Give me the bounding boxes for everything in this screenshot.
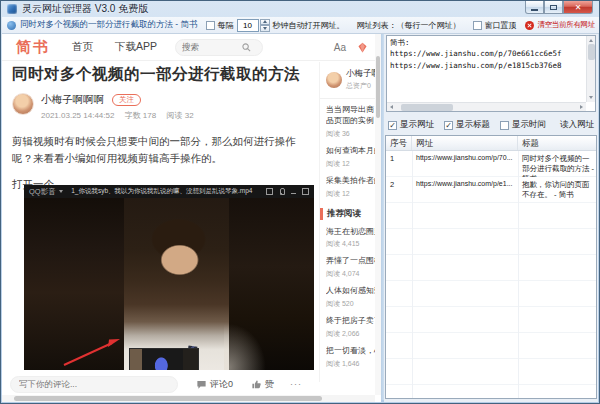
url-list-label: 网址列表：（每行一个网址）	[357, 20, 461, 31]
nav-home[interactable]: 首页	[72, 40, 93, 54]
toolbar: 同时对多个视频的一部分进行截取的方法 - 简书 每隔 秒钟自动打开网址。 网址列…	[2, 17, 600, 34]
maximize-icon	[550, 5, 557, 10]
maximize-button[interactable]	[544, 1, 563, 14]
sidebar-author-avatar[interactable]	[326, 72, 342, 88]
follow-button[interactable]: 关注	[112, 94, 141, 106]
recommended-item[interactable]: 人体如何感知到 阅读 520	[326, 286, 375, 309]
column-header-url[interactable]: 网址	[412, 136, 518, 150]
read-count: 阅读 32	[166, 111, 193, 120]
site-header: 简书 首页 下载APP Aa	[2, 34, 381, 61]
search-box[interactable]	[175, 39, 263, 56]
close-button[interactable]: ✕	[563, 1, 593, 14]
recommended-item[interactable]: 海王在初恋圈里 阅读 4,415	[326, 227, 375, 250]
comment-button[interactable]: 评论0	[196, 378, 233, 391]
sidebar-article-item[interactable]: 采集美拍作者的 阅读 12	[326, 176, 375, 199]
jianshu-logo[interactable]: 简书	[16, 38, 50, 57]
author-avatar[interactable]	[12, 93, 34, 115]
show-title-label: 显示标题	[456, 119, 490, 131]
video-portrait-clip	[124, 198, 229, 370]
nav-download-app[interactable]: 下载APP	[115, 40, 157, 54]
column-header-index[interactable]: 序号	[386, 136, 412, 150]
show-time-checkbox[interactable]	[500, 121, 509, 130]
app-window: 灵云网址管理器 V3.0 免费版 ✕ 同时对多个视频的一部分进行截取的方法 - …	[0, 0, 600, 404]
recommended-item[interactable]: 终于把房子卖了 阅读 2,066	[326, 316, 375, 339]
scroll-down-arrow-icon[interactable]	[589, 96, 593, 99]
title-bar: 灵云网址管理器 V3.0 免费版	[1, 1, 599, 17]
player-minimize-icon	[290, 188, 297, 195]
scroll-right-arrow-icon[interactable]	[580, 105, 583, 109]
article-title: 同时对多个视频的一部分进行截取的方法	[12, 64, 314, 85]
load-urls-button[interactable]: 读入网址	[560, 119, 594, 131]
show-url-option[interactable]: ✓ 显示网址	[388, 119, 434, 131]
window-title: 灵云网址管理器 V3.0 免费版	[22, 2, 148, 16]
video-frame: 00:00:03	[24, 198, 314, 370]
display-options-row: ✓ 显示网址 ✓ 显示标题 显示时间 读入网址	[388, 118, 594, 132]
interval-input[interactable]	[237, 19, 259, 32]
article-paragraph: 剪辑视频时有时候会只想要中间的一部分，那么如何进行操作呢？来看看小编如何用视频剪…	[12, 133, 314, 168]
article: 同时对多个视频的一部分进行截取的方法 小梅子啊啊啊 关注 2021.03.25 …	[12, 64, 314, 192]
sidebar-article-item[interactable]: 当当网导出商品页面的实例方法 阅读 36	[326, 105, 375, 139]
video-blur-right	[229, 198, 314, 370]
thumbs-up-icon	[251, 379, 262, 390]
sidebar-author[interactable]: 小梅子啊 总资产0	[326, 68, 375, 91]
interval-spinner[interactable]	[260, 19, 270, 32]
url-list-textarea[interactable]: 简书: https://www.jianshu.com/p/70e661cc6e…	[387, 36, 586, 102]
search-icon	[242, 43, 251, 52]
font-size-toggle[interactable]: Aa	[334, 42, 346, 53]
seek-preview-thumbnail: 00:00:03	[129, 348, 199, 370]
textarea-horizontal-scrollbar[interactable]	[387, 102, 586, 111]
url-manager-panel: 简书: https://www.jianshu.com/p/70e661cc6e…	[384, 34, 598, 402]
player-maximize-icon	[302, 188, 309, 195]
scroll-up-arrow-icon[interactable]	[589, 39, 593, 42]
clear-icon	[525, 21, 534, 30]
author-name[interactable]: 小梅子啊啊啊	[41, 93, 104, 107]
scrollbar-thumb[interactable]	[588, 44, 595, 60]
sidebar-author-assets: 总资产0	[346, 81, 375, 91]
show-title-checkbox[interactable]: ✓	[444, 121, 453, 130]
more-actions-button[interactable]: ···	[290, 379, 302, 389]
article-sidebar: 小梅子啊 总资产0 当当网导出商品页面的实例方法 阅读 36 如何查询本月的 阅…	[319, 62, 375, 382]
embedded-browser: 简书 首页 下载APP Aa 同时对多个视频的一部分进行截取的方法	[2, 34, 381, 402]
scroll-left-arrow-icon[interactable]	[390, 105, 393, 109]
browser-horizontal-scrollbar[interactable]	[2, 395, 375, 402]
table-row[interactable]: 2 https://www.jianshu.com/p/e1... 抱歉，你访问…	[386, 177, 596, 203]
show-title-option[interactable]: ✓ 显示标题	[444, 119, 490, 131]
video-player-name: QQ影音	[29, 187, 63, 197]
publish-date: 2021.03.25 14:44:52	[41, 111, 114, 120]
recommend-header: 推荐阅读	[320, 208, 375, 220]
scrollbar-thumb[interactable]	[401, 104, 453, 111]
search-input[interactable]	[182, 42, 242, 52]
recommended-item[interactable]: 弄懂了一点围棋 阅读 4,074	[326, 256, 375, 279]
like-button[interactable]: 赞	[251, 378, 274, 391]
member-diamond-icon[interactable]	[356, 41, 369, 54]
table-body: 1 https://www.jianshu.com/p/70... 同时对多个视…	[386, 151, 596, 398]
current-page-title[interactable]: 同时对多个视频的一部分进行截取的方法 - 简书	[20, 19, 198, 31]
comment-input[interactable]	[10, 376, 178, 393]
spinner-down-button[interactable]	[260, 25, 270, 32]
preview-image	[130, 349, 198, 370]
player-pin-icon	[278, 188, 285, 195]
app-icon	[7, 4, 17, 14]
recommended-item[interactable]: 把一切看淡，心 阅读 1,646	[326, 346, 375, 369]
minimize-button[interactable]	[525, 1, 544, 14]
interval-label: 每隔	[218, 20, 234, 31]
show-url-checkbox[interactable]: ✓	[388, 121, 397, 130]
table-row[interactable]: 1 https://www.jianshu.com/p/70... 同时对多个视…	[386, 151, 596, 177]
minimize-icon	[531, 9, 538, 11]
sidebar-author-name[interactable]: 小梅子啊	[346, 68, 375, 80]
scrollbar-thumb[interactable]	[376, 56, 380, 118]
interval-checkbox[interactable]	[206, 21, 215, 30]
show-time-label: 显示时间	[512, 119, 546, 131]
clear-all-urls-button[interactable]: 清空当前所有网址	[537, 20, 595, 30]
url-textarea-frame: 简书: https://www.jianshu.com/p/70e661cc6e…	[386, 35, 596, 112]
sidebar-article-item[interactable]: 如何查询本月的 阅读 12	[326, 146, 375, 169]
word-count: 字数 178	[125, 111, 157, 120]
column-header-title[interactable]: 标题	[518, 136, 596, 150]
page-favicon-icon	[7, 21, 16, 30]
topmost-label: 窗口置顶	[485, 20, 517, 31]
scrollbar-thumb[interactable]	[14, 396, 322, 401]
comment-bar: 评论0 赞 ···	[2, 374, 319, 394]
topmost-checkbox[interactable]	[473, 21, 482, 30]
show-time-option[interactable]: 显示时间	[500, 119, 546, 131]
textarea-vertical-scrollbar[interactable]	[586, 36, 595, 102]
